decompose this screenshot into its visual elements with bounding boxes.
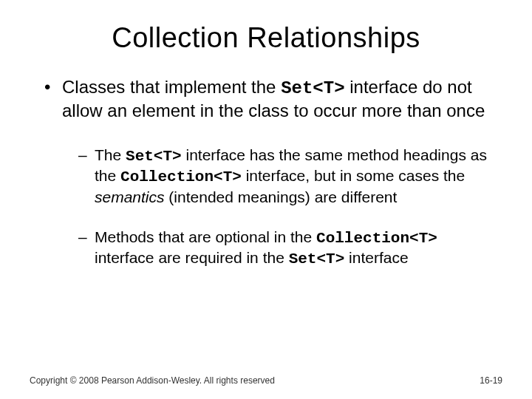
code-set-t: Set<T> bbox=[126, 148, 182, 165]
page-number: 16-19 bbox=[480, 375, 502, 386]
text-fragment: interface are required in the bbox=[95, 249, 289, 266]
code-collection-t: Collection<T> bbox=[120, 168, 242, 185]
bullet-list-level2: The Set<T> interface has the same method… bbox=[78, 146, 495, 269]
text-fragment: Methods that are optional in the bbox=[95, 228, 316, 245]
copyright-text: Copyright © 2008 Pearson Addison-Wesley.… bbox=[30, 375, 275, 386]
slide: Collection Relationships Classes that im… bbox=[0, 0, 532, 399]
sub-bullet-1: The Set<T> interface has the same method… bbox=[78, 146, 495, 207]
text-fragment: The bbox=[95, 146, 126, 163]
slide-title: Collection Relationships bbox=[30, 22, 502, 54]
emphasis-semantics: semantics bbox=[95, 188, 165, 205]
text-fragment: (intended meanings) are different bbox=[165, 188, 398, 205]
code-set-t: Set<T> bbox=[289, 250, 345, 267]
code-collection-t: Collection<T> bbox=[316, 230, 437, 247]
sub-bullet-2: Methods that are optional in the Collect… bbox=[78, 228, 495, 270]
bullet-list-level1: Classes that implement the Set<T> interf… bbox=[44, 76, 495, 269]
footer: Copyright © 2008 Pearson Addison-Wesley.… bbox=[30, 375, 502, 386]
bullet-item-1: Classes that implement the Set<T> interf… bbox=[44, 76, 495, 269]
text-fragment: interface, but in some cases the bbox=[242, 167, 465, 184]
code-set-t: Set<T> bbox=[281, 78, 344, 98]
text-fragment: interface bbox=[344, 249, 408, 266]
text-fragment: Classes that implement the bbox=[62, 77, 281, 97]
